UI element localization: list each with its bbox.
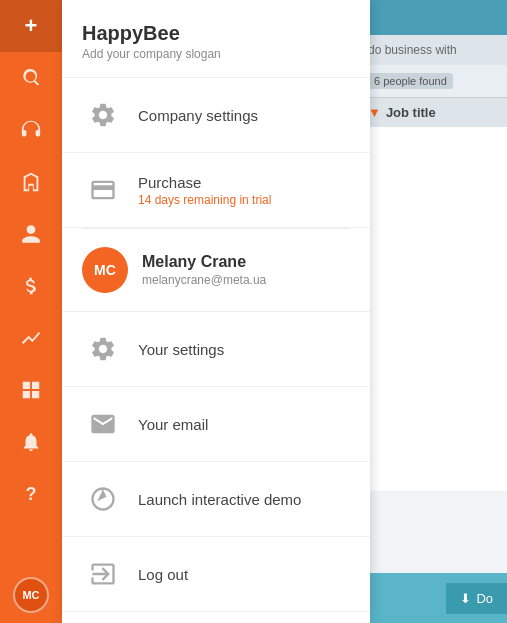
compass-icon — [89, 485, 117, 513]
company-name: HappyBee — [82, 22, 350, 45]
sidebar-avatar[interactable]: MC — [13, 577, 49, 613]
sidebar-person-icon[interactable] — [0, 208, 62, 260]
logout-label: Log out — [138, 566, 188, 583]
download-icon: ⬇ — [460, 591, 471, 606]
company-settings-item[interactable]: Company settings — [62, 78, 370, 153]
interactive-demo-icon-wrap — [82, 478, 124, 520]
company-slogan: Add your company slogan — [82, 47, 350, 61]
sidebar-question-icon[interactable]: ? — [0, 468, 62, 520]
company-settings-label: Company settings — [138, 107, 258, 124]
purchase-sublabel: 14 days remaining in trial — [138, 193, 271, 207]
your-settings-item[interactable]: Your settings — [62, 312, 370, 387]
sidebar-headset-icon[interactable] — [0, 104, 62, 156]
your-email-item[interactable]: Your email — [62, 387, 370, 462]
interactive-demo-label: Launch interactive demo — [138, 491, 301, 508]
company-settings-icon-wrap — [82, 94, 124, 136]
people-found-badge: 6 people found — [368, 73, 453, 89]
envelope-icon — [89, 410, 117, 438]
settings-icon — [89, 335, 117, 363]
interactive-demo-item[interactable]: Launch interactive demo — [62, 462, 370, 537]
your-email-icon-wrap — [82, 403, 124, 445]
job-title-rows: CEO, Doodle AG Sales Representative,... … — [365, 127, 507, 491]
sidebar-user-avatar-wrap[interactable]: MC — [0, 577, 62, 613]
sidebar-chart-icon[interactable] — [0, 312, 62, 364]
user-email: melanycrane@meta.ua — [142, 273, 266, 287]
dropdown-menu: HappyBee Add your company slogan Company… — [62, 0, 370, 623]
logout-icon — [89, 560, 117, 588]
sidebar-building-icon[interactable] — [0, 156, 62, 208]
purchase-icon-wrap — [82, 169, 124, 211]
download-btn[interactable]: ⬇ Do — [446, 583, 507, 614]
purchase-label: Purchase — [138, 174, 271, 191]
logout-item[interactable]: Log out — [62, 537, 370, 612]
sidebar-grid-icon[interactable] — [0, 364, 62, 416]
gear-icon — [89, 101, 117, 129]
logout-icon-wrap — [82, 553, 124, 595]
user-avatar: MC — [82, 247, 128, 293]
sidebar-dollar-icon[interactable] — [0, 260, 62, 312]
user-info: Melany Crane melanycrane@meta.ua — [142, 253, 266, 287]
your-email-label: Your email — [138, 416, 208, 433]
download-label: Do — [476, 591, 493, 606]
your-settings-label: Your settings — [138, 341, 224, 358]
company-header: HappyBee Add your company slogan — [62, 0, 370, 78]
your-settings-icon-wrap — [82, 328, 124, 370]
bg-business-label: do business with — [368, 43, 457, 57]
card-icon — [89, 176, 117, 204]
user-name: Melany Crane — [142, 253, 266, 271]
sidebar-bell-icon[interactable] — [0, 416, 62, 468]
user-section: MC Melany Crane melanycrane@meta.ua — [62, 229, 370, 312]
purchase-item[interactable]: Purchase 14 days remaining in trial — [62, 153, 370, 228]
purchase-text: Purchase 14 days remaining in trial — [138, 174, 271, 207]
sidebar: + ? MC — [0, 0, 62, 623]
job-title-header: Job title — [386, 105, 436, 120]
sidebar-search-icon[interactable] — [0, 52, 62, 104]
bg-bottom-bar: ⬇ Do — [365, 573, 507, 623]
sidebar-plus-icon[interactable]: + — [0, 0, 62, 52]
